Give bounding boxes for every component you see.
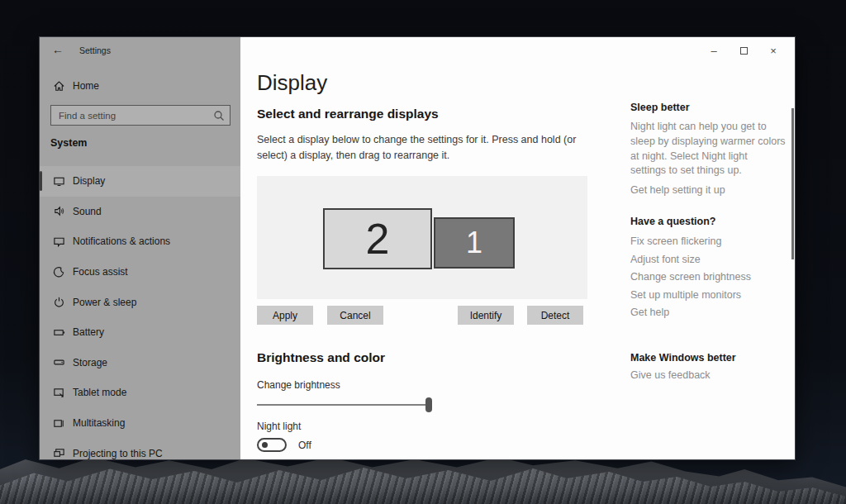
notifications-icon	[53, 235, 65, 248]
scrollbar-thumb[interactable]	[791, 108, 794, 259]
night-light-toggle-row: Off	[257, 438, 311, 452]
rearrange-description: Select a display below to change the set…	[257, 132, 596, 164]
set-up-multiple-monitors-link[interactable]: Set up multiple monitors	[630, 287, 786, 305]
app-title: Settings	[79, 45, 111, 55]
search-input[interactable]	[51, 111, 212, 121]
sidebar-item-display[interactable]: Display	[40, 166, 240, 197]
storage-icon	[53, 356, 65, 368]
question-links: Fix screen flickering Adjust font size C…	[630, 233, 786, 322]
sidebar-item-label: Projecting to this PC	[73, 448, 163, 459]
sidebar-item-storage[interactable]: Storage	[40, 348, 240, 378]
make-windows-better-heading: Make Windows better	[630, 352, 786, 364]
titlebar-left: ← Settings	[40, 37, 240, 64]
brightness-slider[interactable]	[257, 397, 432, 412]
cancel-button[interactable]: Cancel	[327, 306, 383, 325]
search-icon[interactable]	[212, 108, 226, 123]
identify-button[interactable]: Identify	[458, 306, 514, 325]
close-icon: ×	[770, 45, 777, 57]
slider-track[interactable]	[257, 404, 432, 406]
back-arrow-icon: ←	[52, 43, 64, 56]
sidebar-item-label: Sound	[73, 206, 102, 217]
detect-button[interactable]: Detect	[527, 306, 583, 325]
home-icon	[53, 80, 65, 93]
sidebar-item-label: Focus assist	[73, 266, 128, 278]
give-us-feedback-link[interactable]: Give us feedback	[630, 369, 786, 381]
sidebar-item-multitasking[interactable]: Multitasking	[40, 408, 240, 439]
have-a-question-heading: Have a question?	[630, 216, 786, 227]
sleep-better-heading: Sleep better	[630, 102, 786, 113]
night-light-toggle[interactable]	[257, 438, 287, 452]
display-icon	[53, 175, 65, 188]
sidebar-item-label: Multitasking	[73, 417, 125, 429]
slider-thumb[interactable]	[425, 397, 432, 412]
adjust-font-size-link[interactable]: Adjust font size	[630, 251, 786, 269]
minimize-button[interactable]: –	[699, 42, 729, 59]
sidebar-item-label: Tablet mode	[73, 387, 126, 398]
sidebar: ← Settings Home System Display	[40, 37, 240, 459]
search-box[interactable]	[50, 105, 231, 126]
home-label: Home	[73, 80, 99, 92]
change-brightness-label: Change brightness	[257, 379, 340, 391]
monitor-2[interactable]: 2	[323, 208, 432, 269]
tablet-icon	[53, 387, 65, 399]
rearrange-heading: Select and rearrange displays	[257, 107, 439, 121]
maximize-icon	[740, 47, 748, 55]
sidebar-item-tablet-mode[interactable]: Tablet mode	[40, 378, 240, 408]
sidebar-item-label: Display	[73, 175, 105, 187]
page-title: Display	[257, 70, 327, 96]
brightness-heading: Brightness and color	[257, 350, 385, 365]
change-screen-brightness-link[interactable]: Change screen brightness	[630, 269, 786, 287]
sidebar-item-label: Battery	[73, 326, 104, 338]
battery-icon	[53, 326, 65, 339]
close-button[interactable]: ×	[758, 42, 788, 59]
night-light-state: Off	[298, 440, 311, 451]
maximize-button[interactable]	[729, 42, 758, 59]
sleep-better-body: Night light can help you get to sleep by…	[630, 120, 786, 178]
sidebar-item-battery[interactable]: Battery	[40, 317, 240, 348]
help-have-a-question: Have a question? Fix screen flickering A…	[630, 216, 786, 322]
monitor-1-number: 1	[466, 226, 482, 260]
sidebar-item-focus-assist[interactable]: Focus assist	[40, 257, 240, 288]
sound-icon	[53, 205, 65, 217]
display-arrangement-panel: 2 1	[257, 176, 587, 299]
monitor-1[interactable]: 1	[434, 217, 515, 269]
toggle-knob	[262, 442, 268, 448]
sidebar-item-sound[interactable]: Sound	[40, 197, 240, 227]
sidebar-item-label: Storage	[73, 357, 107, 368]
window-controls: – ×	[699, 42, 788, 59]
apply-button[interactable]: Apply	[257, 306, 313, 325]
sidebar-section-system: System	[50, 137, 87, 149]
settings-window: ← Settings Home System Display	[39, 36, 796, 460]
projecting-icon	[53, 447, 65, 459]
get-help-setting-link[interactable]: Get help setting it up	[630, 184, 786, 196]
main-content: – × Display Select and rearrange display…	[240, 37, 795, 459]
help-sleep-better: Sleep better Night light can help you ge…	[630, 102, 786, 196]
focus-assist-icon	[53, 266, 65, 278]
back-button[interactable]: ←	[52, 43, 64, 56]
sidebar-item-notifications[interactable]: Notifications & actions	[40, 226, 240, 257]
power-icon	[53, 296, 65, 308]
sidebar-item-label: Notifications & actions	[73, 235, 170, 247]
get-help-link[interactable]: Get help	[630, 304, 786, 322]
multitasking-icon	[53, 417, 65, 430]
sidebar-item-power-sleep[interactable]: Power & sleep	[40, 287, 240, 317]
night-light-label: Night light	[257, 421, 301, 432]
fix-screen-flickering-link[interactable]: Fix screen flickering	[630, 233, 786, 251]
monitor-2-number: 2	[366, 214, 390, 264]
sidebar-item-projecting[interactable]: Projecting to this PC	[40, 438, 240, 468]
minimize-icon: –	[711, 45, 716, 57]
sidebar-item-label: Power & sleep	[73, 297, 136, 308]
help-make-windows-better: Make Windows better Give us feedback	[630, 352, 786, 381]
sidebar-item-home[interactable]: Home	[40, 75, 240, 97]
sidebar-nav: Display Sound Notifications & actions Fo…	[40, 166, 240, 468]
